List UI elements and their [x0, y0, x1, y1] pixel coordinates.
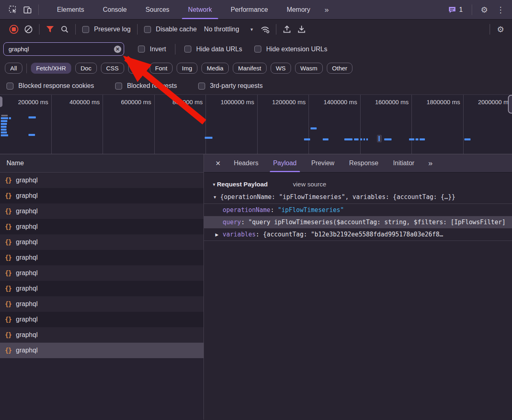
kebab-menu-icon[interactable]: ⋮: [493, 2, 508, 17]
issues-button[interactable]: 1: [444, 6, 467, 14]
export-har-icon[interactable]: [294, 22, 309, 37]
timeline-tick: 1800000 ms: [412, 95, 464, 154]
divider: [490, 24, 490, 35]
close-details-icon[interactable]: ✕: [210, 154, 226, 172]
table-row[interactable]: {}graphql: [0, 312, 203, 327]
tab-response[interactable]: Response: [342, 154, 386, 172]
chip-other[interactable]: Other: [327, 63, 353, 74]
request-name: graphql: [16, 300, 37, 308]
request-bar: [1, 123, 7, 125]
json-icon: {}: [5, 316, 11, 323]
filter-checkbox-label: Blocked response cookies: [18, 82, 94, 90]
filter-checkbox-3rd-party-requests[interactable]: 3rd-party requests: [195, 82, 266, 90]
tab-payload[interactable]: Payload: [266, 154, 304, 172]
table-row[interactable]: {}graphql: [0, 343, 203, 358]
clear-network-log-icon[interactable]: [21, 22, 36, 37]
payload-key: operationName: [223, 206, 270, 214]
chip-css[interactable]: CSS: [101, 63, 124, 74]
throttling-select[interactable]: No throttling ▼: [204, 26, 254, 33]
table-row[interactable]: {}graphql: [0, 250, 203, 265]
filter-checkbox-label: 3rd-party requests: [210, 82, 263, 90]
tab-performance[interactable]: Performance: [221, 0, 278, 19]
filter-checkbox-blocked-requests[interactable]: Blocked requests: [112, 82, 180, 90]
chip-ws[interactable]: WS: [271, 63, 291, 74]
name-column-header[interactable]: Name: [0, 154, 203, 173]
json-icon: {}: [5, 177, 11, 184]
json-icon: {}: [5, 347, 11, 354]
table-row[interactable]: {}graphql: [0, 296, 203, 312]
table-row[interactable]: {}graphql: [0, 203, 203, 219]
tab-initiator[interactable]: Initiator: [386, 154, 422, 172]
tab-console[interactable]: Console: [94, 0, 136, 19]
chip-all[interactable]: All: [5, 63, 22, 74]
view-source-link[interactable]: view source: [293, 181, 326, 188]
request-bar: [464, 138, 470, 140]
payload-root-node[interactable]: ▼ {operationName: "ipFlowTimeseries", va…: [204, 190, 512, 203]
disable-cache-checkbox[interactable]: Disable cache: [141, 26, 200, 33]
chip-fetch-xhr[interactable]: Fetch/XHR: [31, 63, 71, 74]
table-row[interactable]: {}graphql: [0, 219, 203, 234]
collapse-triangle-icon[interactable]: ▼: [212, 182, 216, 187]
checkbox: [138, 46, 145, 52]
json-icon: {}: [5, 331, 11, 339]
inspect-element-icon[interactable]: [6, 2, 20, 17]
network-settings-gear-icon[interactable]: ⚙: [493, 22, 508, 37]
request-name: graphql: [16, 208, 37, 215]
request-bar: [28, 134, 35, 136]
payload-entry-query[interactable]: query: "query ipFlowTimeseries($accountT…: [204, 216, 512, 228]
json-icon: {}: [5, 300, 11, 308]
tab-memory[interactable]: Memory: [277, 0, 319, 19]
tab-sources[interactable]: Sources: [136, 0, 179, 19]
table-row[interactable]: {}graphql: [0, 173, 203, 188]
timeline-tick: 1400000 ms: [309, 95, 361, 154]
clear-filter-icon[interactable]: ✕: [114, 46, 121, 53]
timeline-right-grip[interactable]: [508, 95, 512, 114]
record-network-log-icon[interactable]: [7, 22, 21, 37]
table-row[interactable]: {}graphql: [0, 281, 203, 296]
chip-js[interactable]: JS: [128, 63, 146, 74]
payload-entry-operationName[interactable]: operationName: "ipFlowTimeseries": [204, 204, 512, 216]
hide-data-urls-label: Hide data URLs: [196, 46, 242, 53]
tab-network[interactable]: Network: [179, 0, 221, 19]
timeline-tick: 200000 ms: [0, 95, 52, 154]
search-icon[interactable]: [57, 22, 72, 37]
divider: [276, 24, 276, 35]
chip-manifest[interactable]: Manifest: [233, 63, 267, 74]
filter-input[interactable]: [3, 42, 124, 56]
chip-media[interactable]: Media: [201, 63, 229, 74]
more-details-tabs-icon[interactable]: »: [422, 154, 438, 172]
table-row[interactable]: {}graphql: [0, 327, 203, 343]
tab-headers[interactable]: Headers: [226, 154, 265, 172]
expand-triangle-icon[interactable]: ▶: [215, 232, 219, 237]
request-list-pane: Name {}graphql{}graphql{}graphql{}graphq…: [0, 154, 204, 420]
chip-img[interactable]: Img: [177, 63, 197, 74]
device-toolbar-icon[interactable]: [20, 2, 35, 17]
network-conditions-icon[interactable]: [258, 22, 273, 37]
timeline-tick: 800000 ms: [155, 95, 206, 154]
chip-doc[interactable]: Doc: [75, 63, 97, 74]
table-row[interactable]: {}graphql: [0, 265, 203, 281]
request-type-chips: AllFetch/XHRDocCSSJSFontImgMediaManifest…: [0, 59, 512, 77]
checkbox: [184, 46, 191, 52]
hide-data-urls-checkbox[interactable]: Hide data URLs: [181, 46, 245, 53]
tab-elements[interactable]: Elements: [48, 0, 94, 19]
payload-entry-variables[interactable]: ▶variables: {accountTag: "b12e3b2192ee55…: [204, 228, 512, 241]
selected-request-marker: [377, 135, 382, 142]
filter-checkbox-blocked-response-cookies[interactable]: Blocked response cookies: [3, 82, 97, 90]
disable-cache-label: Disable cache: [156, 26, 197, 33]
import-har-icon[interactable]: [280, 22, 294, 37]
timeline-tick: 1600000 ms: [361, 95, 412, 154]
table-row[interactable]: {}graphql: [0, 234, 203, 250]
tab-preview[interactable]: Preview: [304, 154, 342, 172]
network-overview-timeline[interactable]: 200000 ms400000 ms600000 ms800000 ms1000…: [0, 94, 512, 154]
preserve-log-checkbox[interactable]: Preserve log: [79, 26, 134, 33]
invert-checkbox[interactable]: Invert: [135, 46, 169, 53]
more-panels-icon[interactable]: »: [319, 5, 333, 14]
chip-wasm[interactable]: Wasm: [295, 63, 323, 74]
hide-extension-urls-checkbox[interactable]: Hide extension URLs: [251, 46, 330, 53]
settings-gear-icon[interactable]: ⚙: [477, 2, 492, 17]
filter-funnel-icon[interactable]: [43, 22, 57, 37]
chip-font[interactable]: Font: [150, 63, 173, 74]
table-row[interactable]: {}graphql: [0, 188, 203, 203]
timeline-left-grip[interactable]: [0, 96, 2, 107]
